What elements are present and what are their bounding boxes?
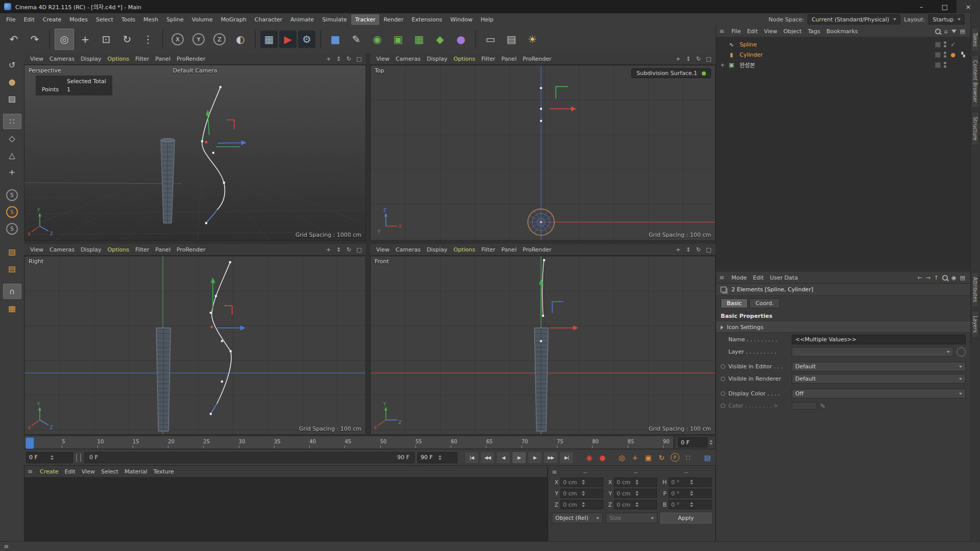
menu-select[interactable]: Select bbox=[92, 14, 117, 25]
vp-menu-panel[interactable]: Panel bbox=[152, 55, 174, 63]
rotation-field[interactable]: 0 ° bbox=[669, 478, 712, 487]
object-row-final[interactable]: + ▣ 완성본 bbox=[716, 60, 970, 70]
apply-button[interactable]: Apply bbox=[660, 513, 712, 523]
visibility-dots-icon[interactable] bbox=[944, 52, 946, 58]
viewport-rotate-icon[interactable]: ↻ bbox=[345, 56, 353, 62]
vp-menu-cameras[interactable]: Cameras bbox=[46, 245, 78, 254]
menu-extensions[interactable]: Extensions bbox=[408, 14, 447, 25]
record-button[interactable]: ◉ bbox=[583, 452, 595, 463]
om-menu-tags[interactable]: Tags bbox=[805, 27, 823, 36]
panel-menu-icon[interactable]: ≡ bbox=[28, 468, 36, 475]
visibility-dots-icon[interactable] bbox=[944, 62, 946, 68]
vp-menu-prorender[interactable]: ProRender bbox=[520, 245, 555, 254]
layer-chip[interactable] bbox=[935, 62, 941, 68]
tab-attributes[interactable]: Attributes bbox=[971, 272, 979, 307]
am-menu-mode[interactable]: Mode bbox=[728, 273, 750, 282]
tab-coord[interactable]: Coord. bbox=[749, 298, 780, 308]
lock-icon[interactable]: ◉ bbox=[951, 274, 957, 281]
fields-menu[interactable]: ◆ bbox=[430, 29, 450, 50]
x-axis-lock[interactable]: X bbox=[168, 29, 187, 50]
keyframe-selection-button[interactable]: ◎ bbox=[616, 452, 628, 463]
viewport-rotate-icon[interactable]: ↻ bbox=[345, 246, 353, 253]
previous-frame-button[interactable]: ◀ bbox=[496, 452, 510, 464]
timeline-playhead[interactable] bbox=[26, 437, 34, 449]
layout-select[interactable]: Startup bbox=[928, 14, 965, 24]
size-field[interactable]: 0 cm bbox=[614, 500, 657, 509]
keyframe-dot-icon[interactable] bbox=[721, 364, 725, 369]
menu-create[interactable]: Create bbox=[39, 14, 66, 25]
end-frame-field[interactable]: 90 F bbox=[418, 452, 457, 463]
record-parameter-button[interactable]: P bbox=[669, 452, 681, 463]
viewport-front[interactable]: Y X Z Front Grid Spacing : 100 cm bbox=[370, 256, 716, 435]
layer-chip[interactable] bbox=[935, 52, 941, 58]
color-swatch[interactable] bbox=[792, 402, 817, 410]
enable-axis-button[interactable]: + bbox=[3, 164, 21, 180]
viewport-zoom-icon[interactable]: ↕ bbox=[684, 56, 692, 62]
viewport-pan-icon[interactable]: + bbox=[325, 56, 332, 62]
viewport-pan-icon[interactable]: + bbox=[674, 246, 682, 253]
visible-renderer-select[interactable]: Default bbox=[792, 374, 966, 384]
mm-menu-select[interactable]: Select bbox=[98, 467, 121, 476]
om-menu-edit[interactable]: Edit bbox=[744, 27, 761, 36]
coordinate-mode-select[interactable]: Object (Rel) bbox=[552, 513, 603, 523]
viewport-top[interactable]: Z X Y Top Subdivision Surface.1 Grid Spa… bbox=[370, 65, 716, 241]
vp-menu-cameras[interactable]: Cameras bbox=[46, 55, 78, 63]
move-gizmo[interactable] bbox=[539, 279, 578, 331]
range-grip[interactable] bbox=[76, 454, 81, 462]
last-used-tools[interactable]: ⋮ bbox=[138, 29, 158, 50]
filter-icon[interactable] bbox=[951, 30, 957, 33]
subdivision-surface-menu[interactable]: ◉ bbox=[368, 29, 387, 50]
viewport-perspective[interactable]: Y X Z Perspective Default Camera Selecte… bbox=[24, 65, 366, 241]
om-menu-object[interactable]: Object bbox=[780, 27, 805, 36]
mm-menu-material[interactable]: Material bbox=[121, 467, 151, 476]
panel-menu-icon[interactable]: ≡ bbox=[719, 28, 727, 35]
move-gizmo[interactable] bbox=[211, 278, 246, 331]
rotation-field[interactable]: 0 ° bbox=[669, 500, 712, 509]
om-menu-bookmarks[interactable]: Bookmarks bbox=[823, 27, 861, 36]
menu-help[interactable]: Help bbox=[477, 14, 498, 25]
minimize-button[interactable]: – bbox=[910, 0, 933, 13]
viewport-zoom-icon[interactable]: ↕ bbox=[335, 246, 342, 253]
vp-menu-panel[interactable]: Panel bbox=[498, 245, 520, 254]
live-selection-tool[interactable]: ◎ bbox=[55, 29, 74, 50]
vp-menu-view[interactable]: View bbox=[373, 245, 393, 254]
viewport-maximize-icon[interactable]: □ bbox=[355, 56, 363, 62]
record-pla-button[interactable]: ∷ bbox=[682, 452, 694, 463]
tab-basic[interactable]: Basic bbox=[721, 298, 748, 308]
vp-menu-options[interactable]: Options bbox=[451, 55, 478, 63]
size-field[interactable]: 0 cm bbox=[614, 489, 657, 498]
menu-edit[interactable]: Edit bbox=[19, 14, 38, 25]
y-axis-lock[interactable]: Y bbox=[189, 29, 208, 50]
stepper-icon[interactable] bbox=[51, 455, 70, 460]
object-tag-icon[interactable]: ● bbox=[949, 52, 957, 58]
menu-mograph[interactable]: MoGraph bbox=[217, 14, 251, 25]
menu-mesh[interactable]: Mesh bbox=[139, 14, 162, 25]
maximize-button[interactable]: □ bbox=[933, 0, 957, 13]
menu-simulate[interactable]: Simulate bbox=[318, 14, 351, 25]
vp-menu-filter[interactable]: Filter bbox=[132, 55, 152, 63]
back-icon[interactable]: ← bbox=[917, 274, 922, 281]
next-key-button[interactable]: ▶▶ bbox=[544, 452, 558, 464]
record-position-button[interactable]: + bbox=[629, 452, 641, 463]
vp-menu-display[interactable]: Display bbox=[78, 245, 105, 254]
panel-menu-icon[interactable]: ≡ bbox=[552, 468, 560, 475]
menu-spline[interactable]: Spline bbox=[162, 14, 188, 25]
make-editable-button[interactable]: ↺ bbox=[3, 57, 21, 72]
record-scale-button[interactable]: ▣ bbox=[642, 452, 654, 463]
points-mode-button[interactable]: ∷ bbox=[3, 114, 21, 129]
icon-settings-group[interactable]: Icon Settings bbox=[716, 322, 970, 333]
viewport-solo-hierarchy-button[interactable]: S bbox=[3, 221, 21, 236]
vp-menu-filter[interactable]: Filter bbox=[478, 245, 498, 254]
forward-icon[interactable]: → bbox=[926, 274, 930, 281]
tab-structure[interactable]: Structure bbox=[971, 112, 979, 146]
sep[interactable] bbox=[162, 30, 163, 48]
environment-menu[interactable]: ▭ bbox=[481, 29, 500, 50]
timeline-ruler[interactable]: 051015202530354045505560657075808590 bbox=[24, 436, 674, 449]
viewport-rotate-icon[interactable]: ↻ bbox=[695, 246, 702, 253]
z-axis-lock[interactable]: Z bbox=[210, 29, 229, 50]
previous-key-button[interactable]: ◀◀ bbox=[480, 452, 495, 464]
keyframe-dot-icon[interactable] bbox=[721, 404, 725, 408]
home-icon[interactable]: ⌂ bbox=[944, 28, 948, 35]
preview-range-slider[interactable]: 0 F90 F bbox=[84, 452, 414, 463]
tab-layers[interactable]: Layers bbox=[971, 311, 979, 338]
